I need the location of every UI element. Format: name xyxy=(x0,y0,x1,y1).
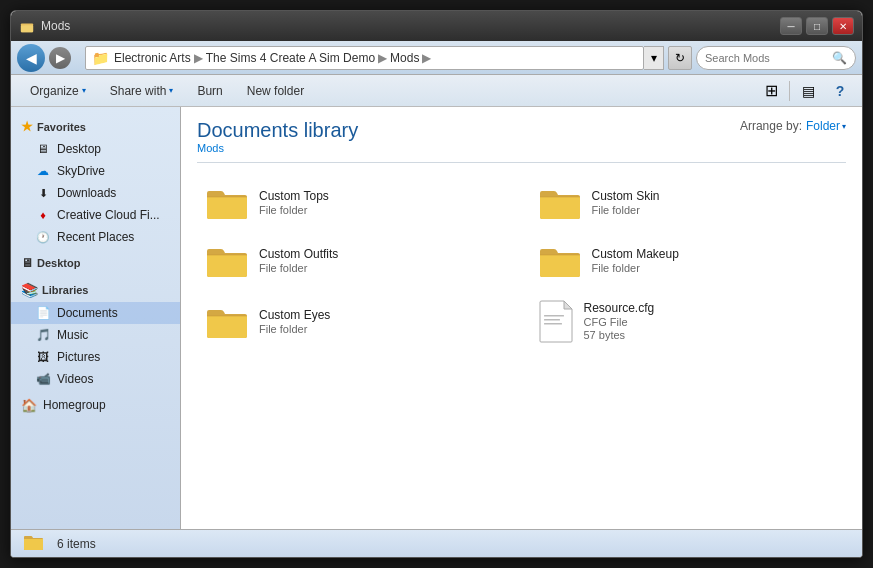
file-name-custom-skin: Custom Skin xyxy=(592,189,660,203)
svg-rect-4 xyxy=(544,323,562,325)
folder-icon-custom-makeup xyxy=(538,241,582,279)
svg-rect-3 xyxy=(544,319,560,321)
file-name-custom-outfits: Custom Outfits xyxy=(259,247,338,261)
window-icon xyxy=(19,18,35,34)
burn-button[interactable]: Burn xyxy=(186,78,233,104)
toolbar: Organize ▾ Share with ▾ Burn New folder … xyxy=(11,75,862,107)
file-type-custom-skin: File folder xyxy=(592,204,660,216)
search-input[interactable] xyxy=(705,52,832,64)
maximize-button[interactable]: □ xyxy=(806,17,828,35)
cfg-file-icon xyxy=(538,299,574,343)
homegroup-section: 🏠 Homegroup xyxy=(11,394,180,416)
organize-label: Organize xyxy=(30,84,79,98)
desktop-section: 🖥 Desktop xyxy=(11,252,180,274)
file-info-custom-tops: Custom Tops File folder xyxy=(259,189,329,216)
sidebar-item-videos[interactable]: 📹 Videos xyxy=(11,368,180,390)
file-type-custom-outfits: File folder xyxy=(259,262,338,274)
arrange-chevron: ▾ xyxy=(842,122,846,131)
folder-icon-custom-eyes xyxy=(205,302,249,340)
creative-cloud-label: Creative Cloud Fi... xyxy=(57,208,160,222)
star-icon: ★ xyxy=(21,119,33,134)
close-button[interactable]: ✕ xyxy=(832,17,854,35)
library-header: Documents library Mods Arrange by: Folde… xyxy=(197,119,846,154)
file-name-resource-cfg: Resource.cfg xyxy=(584,301,655,315)
file-type-custom-eyes: File folder xyxy=(259,323,330,335)
forward-button[interactable]: ▶ xyxy=(49,47,71,69)
desktop-header[interactable]: 🖥 Desktop xyxy=(11,252,180,274)
folder-icon-custom-skin xyxy=(538,183,582,221)
content-divider xyxy=(197,162,846,163)
desktop-icon: 🖥 xyxy=(35,141,51,157)
file-item-custom-eyes[interactable]: Custom Eyes File folder xyxy=(197,293,514,349)
file-name-custom-tops: Custom Tops xyxy=(259,189,329,203)
search-icon: 🔍 xyxy=(832,51,847,65)
file-item-custom-skin[interactable]: Custom Skin File folder xyxy=(530,177,847,227)
sidebar-item-skydrive[interactable]: ☁ SkyDrive xyxy=(11,160,180,182)
file-name-custom-eyes: Custom Eyes xyxy=(259,308,330,322)
desktop-section-icon: 🖥 xyxy=(21,256,33,270)
explorer-window: Mods ─ □ ✕ ◀ ▶ 📁 Electronic Arts ▶ The S… xyxy=(10,10,863,558)
sidebar-item-recent-places[interactable]: 🕐 Recent Places xyxy=(11,226,180,248)
view-options-button[interactable]: ⊞ xyxy=(757,78,785,104)
libraries-section: 📚 Libraries 📄 Documents 🎵 Music xyxy=(11,278,180,390)
search-box[interactable]: 🔍 xyxy=(696,46,856,70)
window-title: Mods xyxy=(41,19,780,33)
file-item-custom-makeup[interactable]: Custom Makeup File folder xyxy=(530,235,847,285)
skydrive-icon: ☁ xyxy=(35,163,51,179)
content-area: Documents library Mods Arrange by: Folde… xyxy=(181,107,862,529)
sidebar-item-desktop[interactable]: 🖥 Desktop xyxy=(11,138,180,160)
titlebar: Mods ─ □ ✕ xyxy=(11,11,862,41)
documents-icon: 📄 xyxy=(35,305,51,321)
organize-button[interactable]: Organize ▾ xyxy=(19,78,97,104)
breadcrumb-mods[interactable]: Mods xyxy=(390,51,419,65)
file-info-custom-eyes: Custom Eyes File folder xyxy=(259,308,330,335)
sidebar-item-homegroup[interactable]: 🏠 Homegroup xyxy=(11,394,180,416)
file-item-custom-tops[interactable]: Custom Tops File folder xyxy=(197,177,514,227)
file-item-resource-cfg[interactable]: Resource.cfg CFG File 57 bytes xyxy=(530,293,847,349)
svg-rect-2 xyxy=(544,315,564,317)
address-box[interactable]: 📁 Electronic Arts ▶ The Sims 4 Create A … xyxy=(85,46,644,70)
file-type-custom-tops: File folder xyxy=(259,204,329,216)
arrange-label: Arrange by: xyxy=(740,119,802,133)
sidebar-item-music[interactable]: 🎵 Music xyxy=(11,324,180,346)
file-type-custom-makeup: File folder xyxy=(592,262,679,274)
new-folder-button[interactable]: New folder xyxy=(236,78,315,104)
share-with-button[interactable]: Share with ▾ xyxy=(99,78,185,104)
folder-icon-custom-tops xyxy=(205,183,249,221)
sidebar-item-creative-cloud[interactable]: ♦ Creative Cloud Fi... xyxy=(11,204,180,226)
sidebar: ★ Favorites 🖥 Desktop ☁ SkyDrive xyxy=(11,107,181,529)
music-icon: 🎵 xyxy=(35,327,51,343)
breadcrumb-electronic-arts[interactable]: Electronic Arts xyxy=(114,51,191,65)
file-info-custom-skin: Custom Skin File folder xyxy=(592,189,660,216)
minimize-button[interactable]: ─ xyxy=(780,17,802,35)
file-info-resource-cfg: Resource.cfg CFG File 57 bytes xyxy=(584,301,655,341)
status-count: 6 items xyxy=(57,537,96,551)
creative-cloud-icon: ♦ xyxy=(35,207,51,223)
refresh-button[interactable]: ↻ xyxy=(668,46,692,70)
file-item-custom-outfits[interactable]: Custom Outfits File folder xyxy=(197,235,514,285)
folder-icon-custom-outfits xyxy=(205,241,249,279)
status-folder-icon xyxy=(23,533,45,555)
libraries-header[interactable]: 📚 Libraries xyxy=(11,278,180,302)
back-button[interactable]: ◀ xyxy=(17,44,45,72)
main-area: ★ Favorites 🖥 Desktop ☁ SkyDrive xyxy=(11,107,862,529)
window-controls: ─ □ ✕ xyxy=(780,17,854,35)
help-button[interactable]: ? xyxy=(826,78,854,104)
sidebar-item-documents[interactable]: 📄 Documents xyxy=(11,302,180,324)
breadcrumb-sims4[interactable]: The Sims 4 Create A Sim Demo xyxy=(206,51,375,65)
library-subtitle[interactable]: Mods xyxy=(197,142,358,154)
videos-icon: 📹 xyxy=(35,371,51,387)
sidebar-item-pictures[interactable]: 🖼 Pictures xyxy=(11,346,180,368)
svg-rect-1 xyxy=(21,25,33,32)
arrange-by: Arrange by: Folder ▾ xyxy=(740,119,846,133)
sidebar-item-downloads[interactable]: ⬇ Downloads xyxy=(11,182,180,204)
arrange-value[interactable]: Folder ▾ xyxy=(806,119,846,133)
library-title: Documents library xyxy=(197,119,358,142)
address-dropdown[interactable]: ▾ xyxy=(644,46,664,70)
pictures-icon: 🖼 xyxy=(35,349,51,365)
addressbar: ◀ ▶ 📁 Electronic Arts ▶ The Sims 4 Creat… xyxy=(11,41,862,75)
details-pane-button[interactable]: ▤ xyxy=(794,78,822,104)
recent-places-icon: 🕐 xyxy=(35,229,51,245)
file-size-resource-cfg: 57 bytes xyxy=(584,329,655,341)
file-info-custom-outfits: Custom Outfits File folder xyxy=(259,247,338,274)
